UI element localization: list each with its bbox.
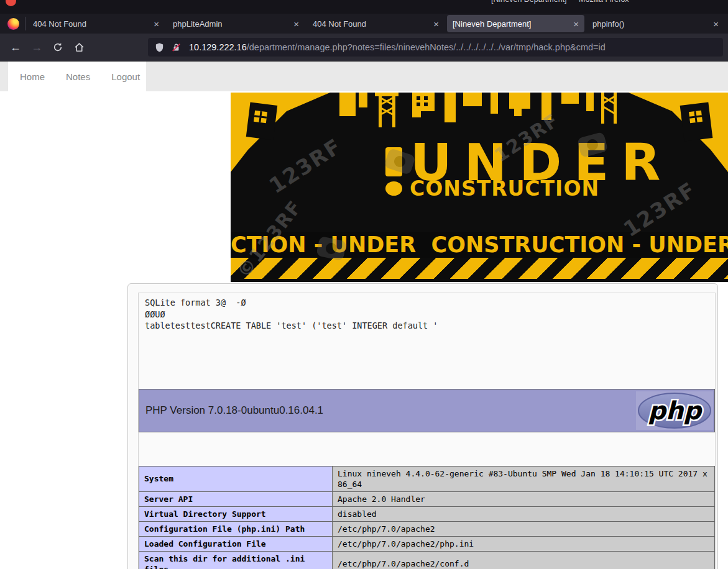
phpinfo-value: /etc/php/7.0/apache2 [333,521,715,536]
firefox-icon [7,18,19,30]
php-logo: php [636,391,713,430]
page-content: Home Notes Logout [0,61,728,569]
browser-window: [Nineveh Department] — Mozilla Firefox 4… [0,0,728,569]
phpinfo-value: /etc/php/7.0/apache2/conf.d [333,551,715,569]
phpinfo-value: Linux nineveh 4.4.0-62-generic #83-Ubunt… [333,466,715,491]
window-title: [Nineveh Department] — Mozilla Firefox [491,0,629,4]
phpinfo-label: System [139,466,333,491]
notes-output-card: SQLite format 3@ -Ø ØØUØ tabletesttestCR… [127,283,718,569]
close-icon[interactable]: × [713,19,719,29]
close-icon[interactable]: × [573,19,579,29]
home-button[interactable] [70,38,88,57]
reload-button[interactable] [48,38,67,57]
reload-icon [53,42,63,52]
tab-separator [25,17,25,30]
site-nav-links: Home Notes Logout [8,61,146,91]
close-icon[interactable]: × [293,19,299,29]
phpinfo-header: PHP Version 7.0.18-0ubuntu0.16.04.1 [139,389,715,432]
insecure-lock-icon[interactable] [171,42,182,53]
phpinfo-table: System Linux nineveh 4.4.0-62-generic #8… [139,466,715,569]
table-row: Loaded Configuration File /etc/php/7.0/a… [139,536,715,551]
tab-label: phpinfo() [592,19,709,29]
sqlite-dump-line: ØØUØ [145,309,165,319]
phpinfo-label: Virtual Directory Support [139,506,333,521]
back-button[interactable]: ← [6,38,25,57]
phpinfo-value: Apache 2.0 Handler [333,491,715,506]
command-output-box: SQLite format 3@ -Ø ØØUØ tabletesttestCR… [138,293,716,569]
phpinfo-value: /etc/php/7.0/apache2/php.ini [333,536,715,551]
banner-ticker-text: CTION - UNDER CONSTRUCTION - UNDER CONS [231,232,728,258]
under-construction-banner: UNDER CONSTRUCTION CTION - UNDER CONSTRU… [231,93,728,282]
exclamation-dot [385,181,402,196]
close-icon[interactable]: × [433,19,439,29]
tab-404-not-found-1[interactable]: 404 Not Found × [27,15,165,32]
tab-404-not-found-2[interactable]: 404 Not Found × [307,15,445,32]
tab-phpliteadmin[interactable]: phpLiteAdmin × [167,15,305,32]
url-path: /department/manage.php?notes=files/ninev… [247,42,606,52]
tab-label: 404 Not Found [33,19,150,29]
php-logo-text: php [648,396,703,425]
banner-subtitle: CONSTRUCTION [410,178,599,199]
phpinfo-label: Loaded Configuration File [139,536,333,551]
tab-label: [Nineveh Department] [453,19,569,29]
url-bar[interactable]: 10.129.222.16/department/manage.php?note… [148,38,723,57]
sqlite-dump: SQLite format 3@ -Ø ØØUØ tabletesttestCR… [139,293,715,332]
sqlite-dump-line: SQLite format 3@ -Ø [145,298,246,307]
hazard-stripes [231,258,728,279]
window-titlebar: [Nineveh Department] — Mozilla Firefox [0,0,728,14]
tab-label: phpLiteAdmin [173,19,290,29]
phpinfo-label: Configuration File (php.ini) Path [139,521,333,536]
forward-button[interactable]: → [27,38,46,57]
table-row: Server API Apache 2.0 Handler [139,491,715,506]
navigation-toolbar: ← → [0,34,728,61]
url-host: 10.129.222.16 [189,42,247,52]
tab-nineveh-department-active[interactable]: [Nineveh Department] × [447,15,584,32]
table-row: System Linux nineveh 4.4.0-62-generic #8… [139,466,715,491]
phpinfo-value: disabled [333,506,715,521]
nav-link-notes[interactable]: Notes [66,71,90,82]
sqlite-dump-line: tabletesttestCREATE TABLE 'test' ('test'… [145,321,438,330]
close-icon[interactable]: × [154,19,159,29]
shield-icon[interactable] [154,42,165,53]
table-row: Scan this dir for additional .ini files … [139,551,715,569]
site-nav-bar: Home Notes Logout [0,61,728,91]
tab-bar: 404 Not Found × phpLiteAdmin × 404 Not F… [0,14,728,34]
phpinfo-label: Scan this dir for additional .ini files [139,551,333,569]
phpinfo-label: Server API [139,491,333,506]
tab-label: 404 Not Found [313,19,430,29]
table-row: Configuration File (php.ini) Path /etc/p… [139,521,715,536]
nav-link-home[interactable]: Home [20,71,45,82]
tab-phpinfo[interactable]: phpinfo() × [587,15,724,32]
home-icon [74,42,85,53]
php-version-title: PHP Version 7.0.18-0ubuntu0.16.04.1 [145,404,323,417]
nav-link-logout[interactable]: Logout [111,71,140,82]
table-row: Virtual Directory Support disabled [139,506,715,521]
window-close-button[interactable] [6,0,16,6]
url-text: 10.129.222.16/department/manage.php?note… [189,42,606,52]
